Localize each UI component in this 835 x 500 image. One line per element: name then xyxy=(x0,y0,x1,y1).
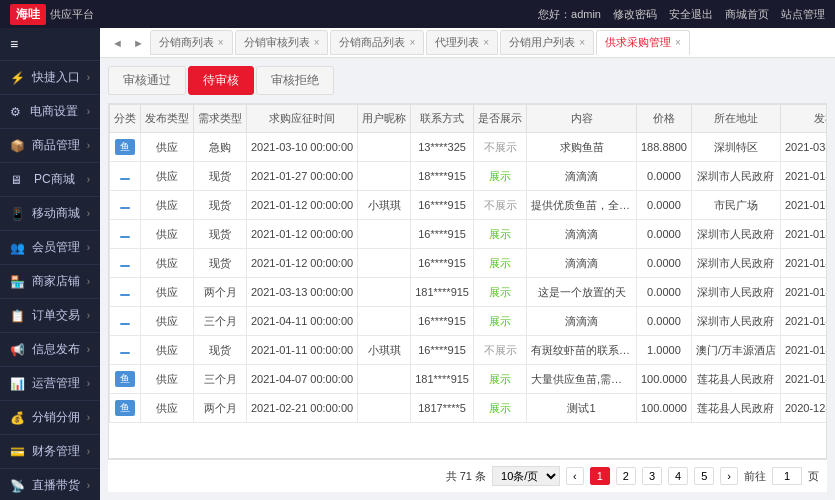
cell-category xyxy=(110,191,141,220)
cell-address: 深圳市人民政府 xyxy=(691,162,780,191)
tab-agent-list[interactable]: 代理列表 × xyxy=(426,30,498,55)
cell-time: 2021-01-11 00:00:00 xyxy=(247,336,358,365)
sidebar-item-order[interactable]: 📋 订单交易 › xyxy=(0,299,100,333)
cell-address: 莲花县人民政府 xyxy=(691,394,780,423)
cell-address: 深圳市人民政府 xyxy=(691,307,780,336)
tab-user-list[interactable]: 分销用户列表 × xyxy=(500,30,594,55)
cell-pub-type: 供应 xyxy=(141,336,194,365)
sidebar-item-distribution[interactable]: 💰 分销分佣 › xyxy=(0,401,100,435)
cell-pub-type: 供应 xyxy=(141,365,194,394)
cell-content: 滴滴滴 xyxy=(527,220,637,249)
next-page-btn[interactable]: › xyxy=(720,467,738,485)
sidebar-item-live[interactable]: 📡 直播带货 › xyxy=(0,469,100,500)
sidebar-item-pc[interactable]: 🖥 PC商城 › xyxy=(0,163,100,197)
cell-category xyxy=(110,336,141,365)
tab-prev-arrow[interactable]: ◄ xyxy=(108,35,127,51)
sidebar-item-ecommerce[interactable]: ⚙ 电商设置 › xyxy=(0,95,100,129)
page-4-btn[interactable]: 4 xyxy=(668,467,688,485)
finance-icon: 💳 xyxy=(10,445,25,459)
goto-page-input[interactable] xyxy=(772,467,802,485)
change-password-link[interactable]: 修改密码 xyxy=(613,7,657,22)
cell-nickname xyxy=(358,365,411,394)
sidebar-label-mobile: 移动商城 xyxy=(32,205,80,222)
sidebar-label-distribution: 分销分佣 xyxy=(32,409,80,426)
col-show: 是否展示 xyxy=(474,105,527,133)
tab-close-icon[interactable]: × xyxy=(579,37,585,48)
cell-pub-type: 供应 xyxy=(141,307,194,336)
page-2-btn[interactable]: 2 xyxy=(616,467,636,485)
sidebar-toggle[interactable]: ≡ xyxy=(0,28,100,61)
tab-close-icon[interactable]: × xyxy=(218,37,224,48)
tab-goods-list[interactable]: 分销商品列表 × xyxy=(330,30,424,55)
subtab-approved[interactable]: 审核通过 xyxy=(108,66,186,95)
tab-user-label: 分销用户列表 xyxy=(509,35,575,50)
cell-show: 不展示 xyxy=(474,133,527,162)
cell-nickname: 小琪琪 xyxy=(358,336,411,365)
sidebar-label-pc: PC商城 xyxy=(34,171,75,188)
tab-procurement-mgmt[interactable]: 供求采购管理 × xyxy=(596,30,690,55)
sidebar-item-mobile[interactable]: 📱 移动商城 › xyxy=(0,197,100,231)
tab-goods-label: 分销商品列表 xyxy=(339,35,405,50)
sidebar-label-info: 信息发布 xyxy=(32,341,80,358)
sidebar-label-shop: 商家店铺 xyxy=(32,273,80,290)
tab-distributor-audit[interactable]: 分销审核列表 × xyxy=(235,30,329,55)
brand-logo: 海哇 xyxy=(10,4,46,25)
col-content: 内容 xyxy=(527,105,637,133)
chevron-icon: › xyxy=(87,412,90,423)
subtab-rejected[interactable]: 审核拒绝 xyxy=(256,66,334,95)
tab-close-icon[interactable]: × xyxy=(314,37,320,48)
table-row: 鱼 供应 两个月 2021-02-21 00:00:00 1817****5 展… xyxy=(110,394,828,423)
chevron-icon: › xyxy=(87,242,90,253)
tab-close-icon[interactable]: × xyxy=(483,37,489,48)
tab-close-icon[interactable]: × xyxy=(409,37,415,48)
sidebar-item-goods[interactable]: 📦 商品管理 › xyxy=(0,129,100,163)
logout-link[interactable]: 安全退出 xyxy=(669,7,713,22)
table-row: 供应 现货 2021-01-12 00:00:00 16****915 展示 滴… xyxy=(110,220,828,249)
cell-time: 2021-01-12 00:00:00 xyxy=(247,191,358,220)
cell-price: 100.0000 xyxy=(637,365,692,394)
cell-address: 澳门/万丰源酒店 xyxy=(691,336,780,365)
cell-content: 滴滴滴 xyxy=(527,162,637,191)
sidebar-label-ops: 运营管理 xyxy=(32,375,80,392)
sidebar-item-info[interactable]: 📢 信息发布 › xyxy=(0,333,100,367)
page-5-btn[interactable]: 5 xyxy=(694,467,714,485)
cell-nickname xyxy=(358,249,411,278)
cell-price: 1.0000 xyxy=(637,336,692,365)
tab-next-arrow[interactable]: ► xyxy=(129,35,148,51)
table-row: 供应 两个月 2021-03-13 00:00:00 181****915 展示… xyxy=(110,278,828,307)
sidebar-item-quick[interactable]: ⚡ 快捷入口 › xyxy=(0,61,100,95)
chevron-icon: › xyxy=(87,106,90,117)
site-manage-link[interactable]: 站点管理 xyxy=(781,7,825,22)
sidebar: ≡ ⚡ 快捷入口 › ⚙ 电商设置 › 📦 商品管理 › 🖥 PC商城 › 📱 … xyxy=(0,28,100,500)
cell-nickname xyxy=(358,162,411,191)
subtab-pending[interactable]: 待审核 xyxy=(188,66,254,95)
sidebar-item-ops[interactable]: 📊 运营管理 › xyxy=(0,367,100,401)
sidebar-item-shop[interactable]: 🏪 商家店铺 › xyxy=(0,265,100,299)
cell-pub-time: 2021-01-12 11:42:16 xyxy=(780,336,827,365)
cell-req-type: 两个月 xyxy=(194,394,247,423)
prev-page-btn[interactable]: ‹ xyxy=(566,467,584,485)
cell-contact: 13****325 xyxy=(411,133,474,162)
page-1-btn[interactable]: 1 xyxy=(590,467,610,485)
sidebar-item-member[interactable]: 👥 会员管理 › xyxy=(0,231,100,265)
cell-content: 滴滴滴 xyxy=(527,249,637,278)
tab-distributor-list[interactable]: 分销商列表 × xyxy=(150,30,233,55)
cell-nickname xyxy=(358,394,411,423)
cell-category: 鱼 xyxy=(110,394,141,423)
tab-close-active-icon[interactable]: × xyxy=(675,37,681,48)
col-time: 求购应征时间 xyxy=(247,105,358,133)
cell-content: 求购鱼苗 xyxy=(527,133,637,162)
page-3-btn[interactable]: 3 xyxy=(642,467,662,485)
cell-pub-time: 2021-01-08 08:59:11 xyxy=(780,365,827,394)
page-size-select[interactable]: 10条/页 20条/页 50条/页 xyxy=(492,466,560,486)
col-req-type: 需求类型 xyxy=(194,105,247,133)
cell-contact: 181****915 xyxy=(411,278,474,307)
tabbar: ◄ ► 分销商列表 × 分销审核列表 × 分销商品列表 × 代理列表 × 分销用… xyxy=(100,28,835,58)
mall-home-link[interactable]: 商城首页 xyxy=(725,7,769,22)
chevron-icon: › xyxy=(87,480,90,491)
sidebar-label-live: 直播带货 xyxy=(32,477,80,494)
sidebar-item-finance[interactable]: 💳 财务管理 › xyxy=(0,435,100,469)
cell-show: 展示 xyxy=(474,278,527,307)
cell-time: 2021-04-11 00:00:00 xyxy=(247,307,358,336)
cell-pub-time: 2021-01-13 15:17:52 xyxy=(780,249,827,278)
